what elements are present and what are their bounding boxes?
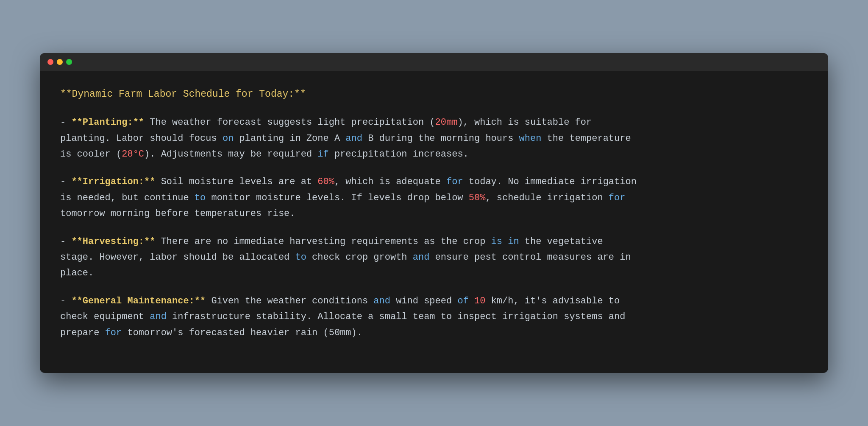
kw-on: on	[223, 133, 234, 144]
kw-is: is	[491, 236, 502, 247]
harvesting-section: - **Harvesting:** There are no immediate…	[60, 234, 808, 281]
terminal-content: **Dynamic Farm Labor Schedule for Today:…	[40, 71, 828, 373]
maintenance-section: - **General Maintenance:** Given the wea…	[60, 293, 808, 341]
kw-if: if	[317, 149, 328, 160]
kw-and3: and	[373, 296, 390, 306]
moisture-threshold: 50%	[469, 193, 486, 203]
terminal-window: **Dynamic Farm Labor Schedule for Today:…	[40, 53, 828, 373]
planting-label: **Planting:**	[71, 117, 144, 128]
planting-prefix: - **Planting:** The weather forecast sug…	[60, 117, 631, 160]
title-bar	[40, 53, 828, 71]
kw-when: when	[519, 133, 542, 144]
harvesting-text: - **Harvesting:** There are no immediate…	[60, 236, 631, 279]
kw-for1: for	[446, 177, 463, 187]
irrigation-label: **Irrigation:**	[71, 177, 155, 187]
temperature-value: 28°C	[122, 149, 144, 160]
planting-section: - **Planting:** The weather forecast sug…	[60, 115, 808, 162]
maximize-button[interactable]	[66, 59, 72, 65]
irrigation-section: - **Irrigation:** Soil moisture levels a…	[60, 174, 808, 221]
kw-for3: for	[105, 328, 122, 338]
kw-in: in	[508, 236, 519, 247]
title-text: **Dynamic Farm Labor Schedule for Today:…	[60, 89, 306, 100]
harvesting-label: **Harvesting:**	[71, 236, 155, 247]
close-button[interactable]	[47, 59, 53, 65]
precipitation-value: 20mm	[435, 117, 458, 128]
wind-speed-value: 10	[469, 296, 486, 306]
kw-and2: and	[413, 252, 430, 263]
kw-of: of	[457, 296, 468, 306]
kw-to: to	[195, 193, 206, 203]
irrigation-text: - **Irrigation:** Soil moisture levels a…	[60, 177, 637, 219]
maintenance-label: **General Maintenance:**	[71, 296, 206, 306]
kw-to2: to	[295, 252, 306, 263]
kw-and1: and	[345, 133, 362, 144]
maintenance-text: - **General Maintenance:** Given the wea…	[60, 296, 625, 338]
schedule-title: **Dynamic Farm Labor Schedule for Today:…	[60, 86, 808, 103]
kw-for2: for	[609, 193, 626, 203]
kw-and4: and	[150, 311, 167, 322]
moisture-value: 60%	[317, 177, 334, 187]
minimize-button[interactable]	[57, 59, 63, 65]
